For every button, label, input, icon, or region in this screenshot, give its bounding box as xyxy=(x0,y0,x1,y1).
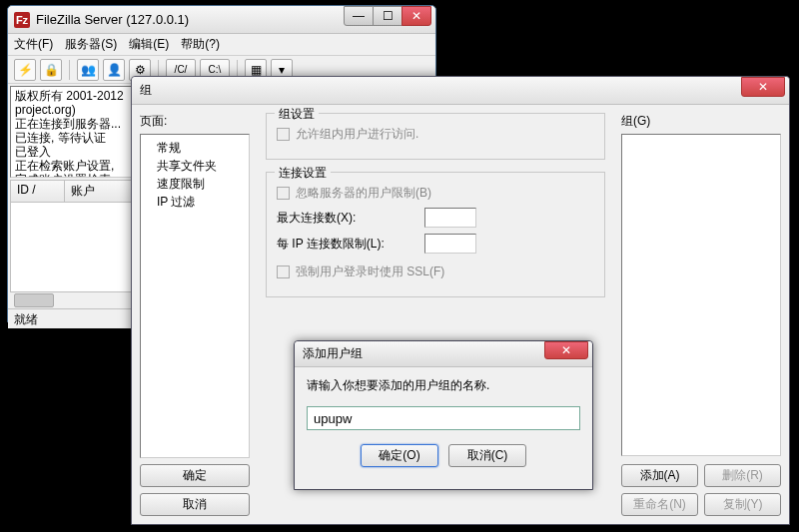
pages-label: 页面: xyxy=(140,113,250,130)
label-per-ip: 每 IP 连接数限制(L): xyxy=(277,236,416,253)
pages-tree[interactable]: 常规 共享文件夹 速度限制 IP 过滤 xyxy=(140,134,250,458)
page-general[interactable]: 常规 xyxy=(143,139,247,157)
menu-file[interactable]: 文件(F) xyxy=(14,36,53,53)
checkbox-ignore-limit[interactable] xyxy=(277,187,290,200)
conn-settings-frame: 连接设置 忽略服务器的用户限制(B) 最大连接数(X): 每 IP 连接数限制(… xyxy=(266,172,605,297)
rename-group-button[interactable]: 重命名(N) xyxy=(621,493,698,516)
lock-icon[interactable]: 🔒 xyxy=(40,59,62,81)
menubar: 文件(F) 服务器(S) 编辑(E) 帮助(?) xyxy=(8,34,435,56)
add-dialog-titlebar[interactable]: 添加用户组 ✕ xyxy=(295,341,592,367)
page-speed[interactable]: 速度限制 xyxy=(143,175,247,193)
label-force-ssl: 强制用户登录时使用 SSL(F) xyxy=(296,264,444,280)
users-icon[interactable]: 👥 xyxy=(77,59,99,81)
groups-list[interactable] xyxy=(621,134,781,456)
group-settings-frame: 组设置 允许组内用户进行访问. xyxy=(266,113,605,160)
conn-settings-legend: 连接设置 xyxy=(275,165,331,182)
maximize-button[interactable]: ☐ xyxy=(373,6,402,26)
bolt-icon[interactable]: ⚡ xyxy=(14,59,36,81)
pages-column: 页面: 常规 共享文件夹 速度限制 IP 过滤 确定 取消 xyxy=(140,113,250,516)
remove-group-button[interactable]: 删除(R) xyxy=(704,464,781,487)
add-dialog-close-button[interactable]: ✕ xyxy=(544,341,588,359)
copy-group-button[interactable]: 复制(Y) xyxy=(704,493,781,516)
groups-title: 组 xyxy=(140,82,152,99)
add-group-button[interactable]: 添加(A) xyxy=(621,464,698,487)
close-button[interactable]: ✕ xyxy=(401,6,431,26)
page-shared[interactable]: 共享文件夹 xyxy=(143,157,247,175)
minimize-button[interactable]: — xyxy=(344,6,374,26)
page-ip[interactable]: IP 过滤 xyxy=(143,193,247,211)
scroll-thumb[interactable] xyxy=(14,293,54,307)
group-settings-legend: 组设置 xyxy=(275,106,319,123)
label-allow-access: 允许组内用户进行访问. xyxy=(296,126,418,143)
app-icon: Fz xyxy=(14,12,30,28)
add-cancel-button[interactable]: 取消(C) xyxy=(448,444,526,467)
menu-server[interactable]: 服务器(S) xyxy=(65,36,117,53)
add-group-dialog: 添加用户组 ✕ 请输入你想要添加的用户组的名称. 确定(O) 取消(C) xyxy=(294,340,593,490)
groups-close-button[interactable]: ✕ xyxy=(741,77,785,97)
menu-help[interactable]: 帮助(?) xyxy=(181,36,220,53)
group-icon[interactable]: 👤 xyxy=(103,59,125,81)
checkbox-force-ssl[interactable] xyxy=(277,266,290,278)
col-id[interactable]: ID / xyxy=(11,181,65,202)
groups-right-column: 组(G) 添加(A) 删除(R) 重命名(N) 复制(Y) xyxy=(621,113,781,516)
group-name-input[interactable] xyxy=(307,406,580,430)
groups-cancel-button[interactable]: 取消 xyxy=(140,493,250,516)
menu-edit[interactable]: 编辑(E) xyxy=(129,36,169,53)
label-max-conn: 最大连接数(X): xyxy=(277,210,416,227)
groups-titlebar[interactable]: 组 ✕ xyxy=(132,77,789,105)
main-titlebar[interactable]: Fz FileZilla Server (127.0.0.1) — ☐ ✕ xyxy=(8,6,435,34)
groups-list-label: 组(G) xyxy=(621,113,781,130)
checkbox-allow-access[interactable] xyxy=(277,128,290,141)
separator xyxy=(69,60,70,80)
row-allow-access: 允许组内用户进行访问. xyxy=(277,126,594,143)
input-per-ip[interactable] xyxy=(424,234,476,254)
row-ignore-limit: 忽略服务器的用户限制(B) xyxy=(277,185,594,202)
input-max-conn[interactable] xyxy=(424,208,476,228)
add-dialog-title: 添加用户组 xyxy=(303,345,363,362)
groups-ok-button[interactable]: 确定 xyxy=(140,464,250,487)
add-ok-button[interactable]: 确定(O) xyxy=(361,444,438,467)
label-ignore-limit: 忽略服务器的用户限制(B) xyxy=(296,185,431,202)
add-prompt: 请输入你想要添加的用户组的名称. xyxy=(307,377,580,394)
